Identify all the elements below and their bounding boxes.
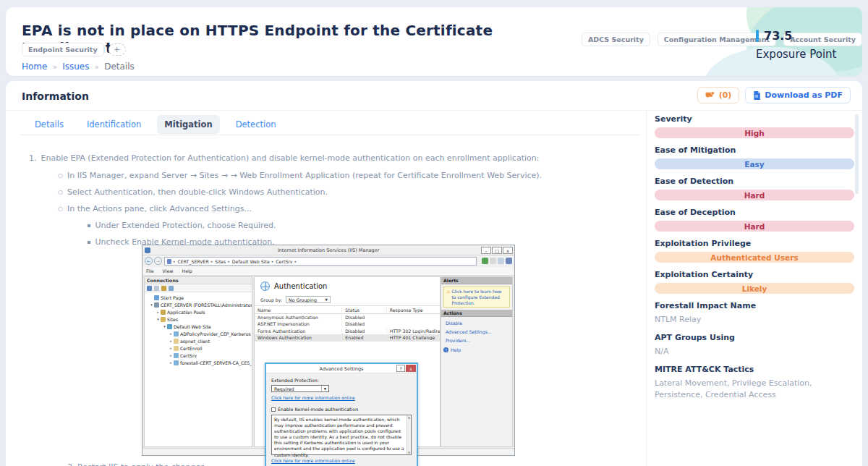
severity-badge: High: [655, 127, 854, 138]
tree-item-adpolicyprovider: ▸ ADPolicyProvider_CEP_Kerberos: [145, 330, 252, 337]
alerts-header: Alerts: [441, 277, 512, 284]
apt-groups-label: APT Groups Using: [655, 333, 854, 342]
authentication-feature-icon: [260, 281, 270, 291]
mitigation-step-2-clipped: 2. Restart IIS to apply the changes.: [67, 462, 208, 466]
menu-file: File: [146, 268, 154, 274]
forestall-impact-name-label: Forestall Impact Name: [655, 301, 854, 310]
tab-mitigation[interactable]: Mitigation: [157, 115, 219, 134]
chevron-down-icon: ▼: [321, 386, 328, 391]
ease-of-deception-label: Ease of Deception: [655, 208, 854, 217]
tree-item-forestall-ces: ▸ forestall-CERT_SERVER-CA_CES_Kerberos: [145, 359, 252, 366]
minimize-icon: –: [481, 247, 491, 254]
address-field: ▸ CERT_SERVER ▸ Sites ▸ Default Web Site…: [164, 257, 477, 266]
mitigation-step-1-sub-2: ○Select Authentication, then double-clic…: [58, 187, 328, 197]
tag-endpoint-security[interactable]: Endpoint Security: [22, 43, 104, 56]
website-icon: [167, 324, 172, 329]
iis-address-bar: ← → ▸ CERT_SERVER ▸ Sites ▸ Default Web …: [142, 255, 514, 267]
tag-adcs-security[interactable]: ADCS Security: [582, 33, 650, 46]
comments-button[interactable]: (0): [697, 87, 740, 103]
extended-protection-dropdown: Required ▼: [271, 385, 329, 392]
breadcrumb-separator: »: [94, 62, 99, 72]
kernel-mode-checkbox: [271, 407, 276, 412]
scrollbar[interactable]: [855, 114, 859, 194]
exposure-bar-icon: [756, 30, 759, 42]
address-segment: Sites: [215, 259, 226, 264]
exploitation-privilege-badge: Authenticated Users: [655, 252, 854, 263]
alert-link: Click here to learn how to configure Ext…: [451, 289, 507, 305]
download-pdf-button[interactable]: Download as PDF: [745, 87, 851, 103]
menu-view: View: [163, 268, 174, 274]
forestall-impact-name-value: NTLM Relay: [655, 314, 854, 326]
mitigation-step-1-sub-3: ○In the Actions pane, click Advanced Set…: [58, 204, 252, 213]
table-row: Anonymous Authentication Disabled: [255, 314, 440, 321]
kernel-mode-checkbox-label: Enable Kernel-mode authentication: [278, 407, 358, 412]
information-card: Information (0) Download as PDF: [6, 81, 862, 466]
connections-toolbar: [145, 284, 252, 292]
go-icon: [482, 258, 488, 264]
connections-tree: Start Page ▾ CERT_SERVER (FORESTALL\Admi…: [145, 292, 252, 366]
application-pools-icon: [161, 310, 166, 315]
start-page-icon: [154, 295, 159, 300]
table-row-selected: Windows Authentication Enabled HTTP 401 …: [255, 334, 440, 342]
divider: [646, 111, 647, 466]
breadcrumb-arrow-icon: ▸: [272, 259, 274, 263]
tab-bar: Details Identification Mitigation Detect…: [27, 115, 284, 134]
tree-item-aspnet-client: ▸ aspnet_client: [145, 337, 252, 344]
tree-item-default-web-site: ▾ Default Web Site: [145, 323, 252, 330]
exposure-label: Exposure Point: [756, 48, 836, 61]
more-info-link-2: Click here for more information online: [271, 458, 412, 463]
information-title: Information: [22, 90, 89, 102]
breadcrumb-current: Details: [104, 62, 135, 72]
dialog-help-icon: ?: [396, 365, 405, 372]
action-advanced-settings: Advanced Settings...: [446, 329, 512, 334]
divider: [6, 110, 862, 111]
folder-icon: [174, 346, 179, 351]
server-icon: [154, 302, 159, 308]
folder-icon: [174, 339, 179, 344]
divider: [255, 305, 440, 306]
toolbar-icon: [490, 258, 496, 264]
address-segment: CERT_SERVER: [178, 259, 209, 264]
tab-identification[interactable]: Identification: [80, 115, 148, 134]
exploitation-certainty-badge: Likely: [655, 283, 854, 294]
toolbar-icon: [498, 258, 504, 264]
breadcrumb-arrow-icon: ▸: [211, 259, 213, 263]
address-segment: Default Web Site: [232, 259, 270, 264]
warning-icon: ⚠: [446, 289, 450, 305]
add-tag-button[interactable]: +: [109, 43, 126, 56]
ease-of-detection-label: Ease of Detection: [655, 177, 854, 186]
mitigation-step-1-sub-1: ○In IIS Manager, expand Server → Sites →…: [58, 171, 542, 180]
more-info-link-1: Click here for more information online: [271, 395, 412, 400]
action-providers: Providers...: [446, 338, 512, 343]
ease-of-mitigation-badge: Easy: [655, 158, 854, 169]
help-icon: ?: [443, 347, 448, 352]
group-by-dropdown: No Grouping▼: [286, 296, 331, 303]
ease-of-mitigation-label: Ease of Mitigation: [655, 145, 854, 155]
tree-item-application-pools: ▸ Application Pools: [145, 308, 252, 315]
exploitation-certainty-label: Exploitation Certainty: [655, 270, 854, 279]
toolbar-icon: [161, 286, 166, 291]
close-icon: x: [503, 247, 513, 254]
breadcrumb-separator: »: [52, 62, 57, 72]
tree-item-sites: ▾ Sites: [145, 315, 252, 323]
breadcrumb-issues-link[interactable]: Issues: [62, 62, 89, 72]
mitre-tactics-label: MITRE ATT&CK Tactics: [655, 365, 854, 374]
tab-detection[interactable]: Detection: [229, 115, 284, 134]
group-by-label: Group by:: [260, 297, 282, 302]
menu-help: Help: [182, 268, 192, 274]
download-pdf-label: Download as PDF: [765, 90, 843, 100]
mitigation-step-1: 1.Enable EPA (Extended Protection for Au…: [29, 153, 539, 163]
toolbar-icon: [154, 286, 159, 291]
web-application-icon: [174, 331, 179, 336]
tab-details[interactable]: Details: [27, 115, 71, 134]
exploitation-privilege-label: Exploitation Privilege: [655, 239, 854, 248]
breadcrumb-arrow-icon: ▸: [174, 259, 176, 263]
actions-header: Actions: [441, 310, 512, 317]
sites-folder-icon: [161, 317, 166, 322]
breadcrumb-arrow-icon: ▸: [295, 259, 297, 263]
page: EPA is not in place on HTTPS Endpoint fo…: [0, 0, 868, 466]
toolbar-icon: [169, 286, 174, 291]
mitigation-screenshot-iis-manager: Internet Information Services (IIS) Mana…: [142, 245, 515, 456]
breadcrumb-home-link[interactable]: Home: [22, 62, 47, 72]
toolbar-icon: [147, 286, 152, 291]
